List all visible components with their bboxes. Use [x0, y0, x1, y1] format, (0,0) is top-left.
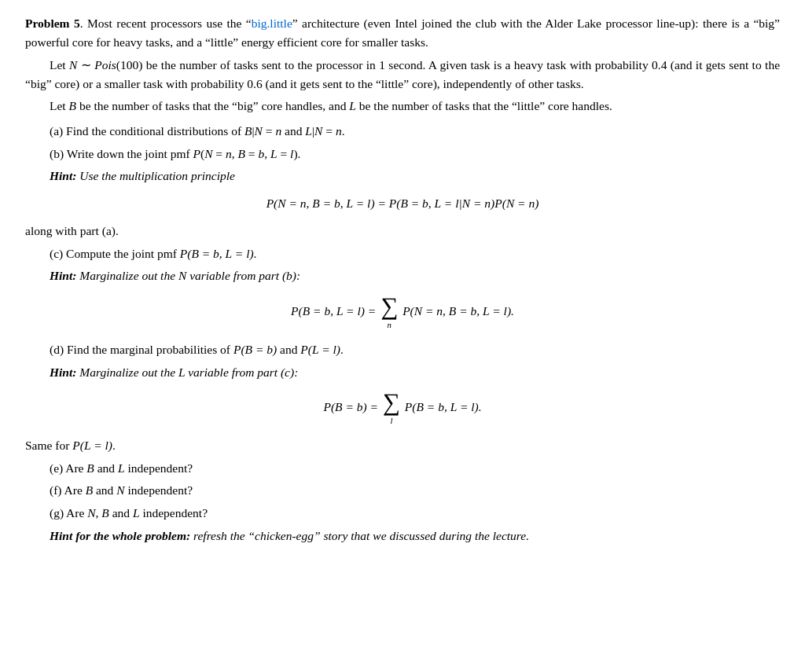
problem-label: Problem 5	[25, 17, 80, 30]
problem-intro-p2: Let N ∼ Pois(100) be the number of tasks…	[25, 56, 780, 94]
part-c-label: (c)	[50, 247, 63, 260]
part-d: (d) Find the marginal probabilities of P…	[50, 340, 780, 359]
problem-intro-p1: Problem 5. Most recent processors use th…	[25, 14, 780, 52]
part-f: (f) Are B and N independent?	[50, 481, 780, 500]
biglink: big.little	[252, 17, 292, 30]
problem-container: Problem 5. Most recent processors use th…	[25, 14, 780, 545]
hint-g-label: Hint for the whole problem:	[50, 529, 190, 542]
part-d-hint: Hint: Marginalize out the L variable fro…	[50, 363, 780, 382]
part-e: (e) Are B and L independent?	[50, 459, 780, 478]
sum-c: ∑ n	[380, 294, 398, 332]
part-b-hint: Hint: Use the multiplication principle	[50, 167, 780, 185]
part-c-hint: Hint: Marginalize out the N variable fro…	[50, 266, 780, 285]
equation-b: P(N = n, B = b, L = l) = P(B = b, L = l|…	[25, 194, 780, 213]
equation-c-rhs: P(N = n, B = b, L = l).	[402, 305, 514, 318]
part-g: (g) Are N, B and L independent?	[50, 504, 780, 523]
hint-d-label: Hint:	[50, 365, 76, 379]
part-a-label: (a)	[50, 124, 63, 138]
part-e-label: (e)	[50, 461, 63, 475]
equation-d-lhs: P(B = b) =	[323, 401, 378, 414]
after-eq-b: along with part (a).	[25, 222, 780, 241]
sum-symbol-c: ∑	[380, 294, 398, 318]
sum-subscript-c: n	[387, 318, 391, 332]
equation-b-text: P(N = n, B = b, L = l) = P(B = b, L = l|…	[266, 196, 539, 210]
problem-intro-punctuation: .	[80, 17, 83, 30]
equation-d: P(B = b) = ∑ l P(B = b, L = l).	[25, 390, 780, 428]
hint-c-label: Hint:	[50, 269, 76, 282]
part-g-label: (g)	[50, 506, 64, 520]
hint-b-label: Hint:	[50, 169, 76, 182]
equation-c-lhs: P(B = b, L = l) =	[291, 305, 376, 318]
problem-intro-p3: Let B be the number of tasks that the “b…	[25, 97, 780, 116]
sum-subscript-d: l	[390, 414, 392, 428]
part-g-hint: Hint for the whole problem: refresh the …	[50, 527, 780, 545]
part-c: (c) Compute the joint pmf P(B = b, L = l…	[50, 244, 780, 263]
equation-d-rhs: P(B = b, L = l).	[405, 401, 482, 414]
part-f-label: (f)	[50, 483, 62, 497]
sum-symbol-d: ∑	[383, 390, 400, 414]
sum-d: ∑ l	[383, 390, 400, 428]
part-b-label: (b)	[50, 147, 64, 160]
part-a: (a) Find the conditional distributions o…	[50, 122, 780, 141]
part-d-label: (d)	[50, 343, 64, 356]
part-b: (b) Write down the joint pmf P(N = n, B …	[50, 145, 780, 163]
after-eq-d: Same for P(L = l).	[25, 436, 780, 455]
equation-c: P(B = b, L = l) = ∑ n P(N = n, B = b, L …	[25, 294, 780, 332]
